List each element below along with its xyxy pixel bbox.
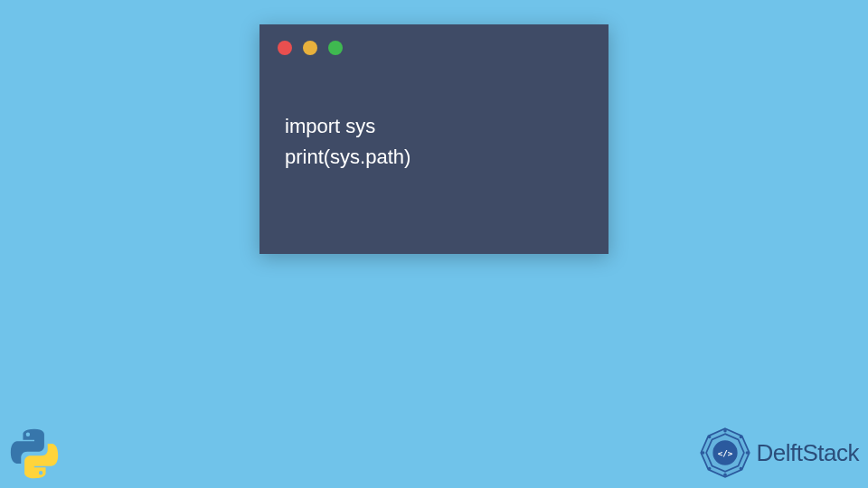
- svg-point-11: [707, 467, 710, 470]
- code-line: print(sys.path): [285, 142, 583, 173]
- delftstack-logo: </> DelftStack: [699, 427, 860, 479]
- svg-point-7: [723, 474, 726, 476]
- svg-point-8: [701, 451, 703, 454]
- svg-point-10: [739, 467, 741, 470]
- svg-point-9: [739, 436, 741, 438]
- minimize-icon[interactable]: [303, 41, 317, 55]
- code-window: import sys print(sys.path): [259, 24, 609, 254]
- python-logo-icon: [7, 427, 61, 481]
- svg-point-5: [723, 429, 726, 432]
- svg-point-6: [745, 451, 748, 454]
- delftstack-text: DelftStack: [757, 439, 860, 467]
- maximize-icon[interactable]: [328, 41, 343, 55]
- svg-text:</>: </>: [717, 448, 732, 458]
- code-content: import sys print(sys.path): [259, 55, 609, 173]
- svg-point-12: [707, 436, 710, 438]
- close-icon[interactable]: [278, 41, 292, 55]
- traffic-lights: [259, 24, 609, 55]
- code-line: import sys: [285, 111, 583, 142]
- delftstack-badge-icon: </>: [699, 427, 751, 479]
